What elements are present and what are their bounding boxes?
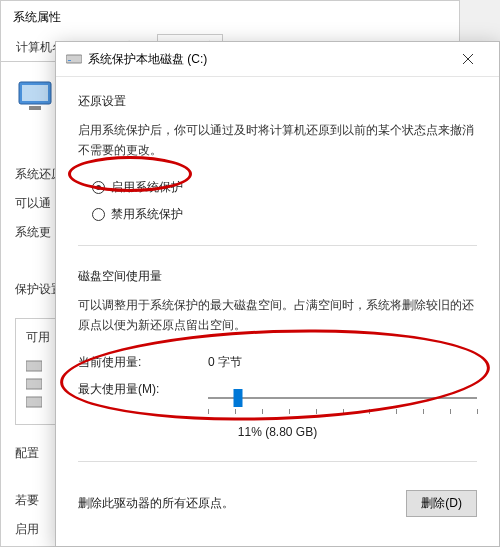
drive-icon bbox=[66, 53, 82, 65]
slider-value-text: 11% (8.80 GB) bbox=[78, 425, 477, 439]
close-icon bbox=[463, 54, 473, 64]
close-button[interactable] bbox=[447, 48, 489, 70]
radio-enable-row[interactable]: 启用系统保护 bbox=[92, 179, 477, 196]
svg-rect-1 bbox=[22, 85, 48, 101]
system-protection-dialog: 系统保护本地磁盘 (C:) 还原设置 启用系统保护后，你可以通过及时将计算机还原… bbox=[55, 41, 500, 547]
delete-desc: 删除此驱动器的所有还原点。 bbox=[78, 495, 234, 512]
slider-track-line bbox=[208, 397, 477, 399]
svg-rect-5 bbox=[26, 397, 42, 407]
monitor-icon bbox=[15, 76, 55, 116]
delete-row: 删除此驱动器的所有还原点。 删除(D) bbox=[78, 490, 477, 517]
dialog-title: 系统保护本地磁盘 (C:) bbox=[88, 51, 207, 68]
disk-usage-section: 磁盘空间使用量 可以调整用于系统保护的最大磁盘空间。占满空间时，系统将删除较旧的… bbox=[78, 268, 477, 439]
max-usage-label: 最大使用量(M): bbox=[78, 381, 168, 398]
radio-disable[interactable] bbox=[92, 208, 105, 221]
dialog-body: 还原设置 启用系统保护后，你可以通过及时将计算机还原到以前的某个状态点来撤消不需… bbox=[56, 77, 499, 531]
slider-ticks bbox=[208, 409, 477, 415]
svg-rect-7 bbox=[68, 60, 71, 61]
slider-thumb[interactable] bbox=[233, 389, 242, 407]
svg-rect-6 bbox=[66, 55, 82, 63]
svg-rect-4 bbox=[26, 379, 42, 389]
radio-enable-label: 启用系统保护 bbox=[111, 179, 183, 196]
dialog-titlebar: 系统保护本地磁盘 (C:) bbox=[56, 42, 499, 77]
restore-settings-desc: 启用系统保护后，你可以通过及时将计算机还原到以前的某个状态点来撤消不需要的更改。 bbox=[78, 120, 477, 161]
current-usage-row: 当前使用量: 0 字节 bbox=[78, 354, 477, 371]
section-divider-2 bbox=[78, 461, 477, 462]
current-usage-label: 当前使用量: bbox=[78, 354, 168, 371]
current-usage-value: 0 字节 bbox=[208, 354, 242, 371]
max-usage-slider[interactable] bbox=[208, 389, 477, 415]
section-divider bbox=[78, 245, 477, 246]
restore-settings-label: 还原设置 bbox=[78, 93, 477, 110]
radio-enable[interactable] bbox=[92, 181, 105, 194]
back-window-title: 系统属性 bbox=[1, 1, 459, 34]
max-usage-row: 最大使用量(M): bbox=[78, 381, 477, 415]
svg-rect-3 bbox=[26, 361, 42, 371]
radio-disable-label: 禁用系统保护 bbox=[111, 206, 183, 223]
radio-disable-row[interactable]: 禁用系统保护 bbox=[92, 206, 477, 223]
svg-rect-2 bbox=[29, 106, 41, 110]
disk-usage-desc: 可以调整用于系统保护的最大磁盘空间。占满空间时，系统将删除较旧的还原点以便为新还… bbox=[78, 295, 477, 336]
disk-usage-label: 磁盘空间使用量 bbox=[78, 268, 477, 285]
delete-button[interactable]: 删除(D) bbox=[406, 490, 477, 517]
restore-settings-section: 还原设置 启用系统保护后，你可以通过及时将计算机还原到以前的某个状态点来撤消不需… bbox=[78, 93, 477, 223]
